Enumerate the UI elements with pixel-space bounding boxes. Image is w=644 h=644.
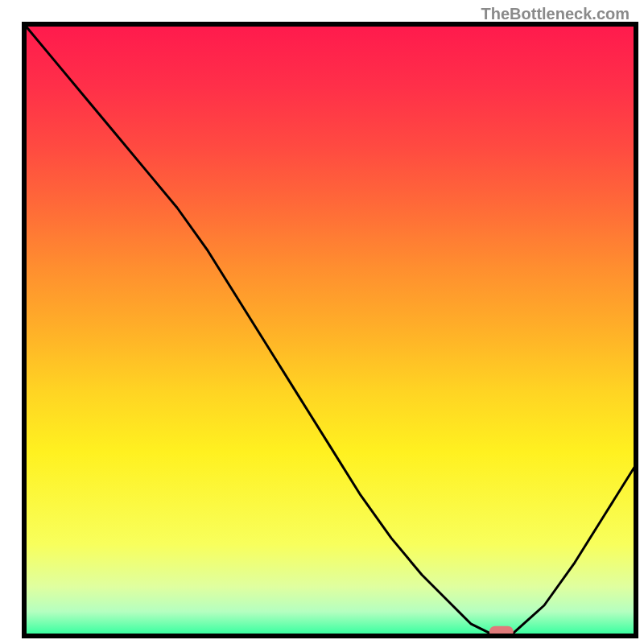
watermark-text: TheBottleneck.com bbox=[481, 5, 630, 23]
chart-svg bbox=[0, 0, 644, 644]
chart-background bbox=[24, 24, 636, 636]
chart-container: TheBottleneck.com bbox=[0, 0, 644, 644]
